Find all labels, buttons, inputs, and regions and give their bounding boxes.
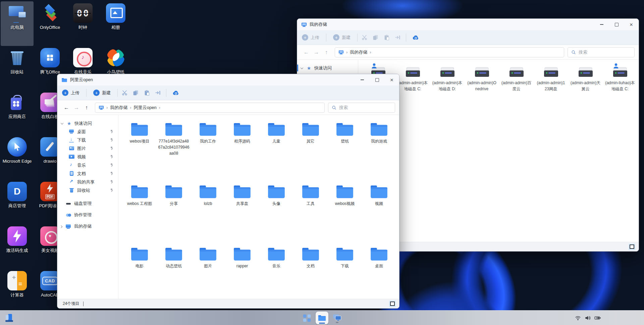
- new-button[interactable]: + 新建: [93, 90, 111, 96]
- breadcrumb-item[interactable]: 阿里云open: [134, 105, 157, 111]
- maximize-button[interactable]: [609, 19, 624, 30]
- view-mode-icon[interactable]: [629, 243, 635, 250]
- pin-icon[interactable]: [110, 146, 113, 151]
- pin-icon[interactable]: [110, 155, 113, 159]
- folder-item[interactable]: 壁纸: [328, 120, 362, 182]
- start-button[interactable]: [5, 314, 14, 323]
- sidebar-item[interactable]: 视频: [57, 153, 118, 161]
- desktop-icon[interactable]: 应用商店: [1, 91, 34, 135]
- paste-icon[interactable]: [144, 90, 150, 96]
- breadcrumb[interactable]: 我的存储 阿里云open: [95, 103, 325, 113]
- folder-item[interactable]: webos项目: [122, 120, 157, 182]
- back-icon[interactable]: ←: [61, 105, 71, 111]
- chevron-right-icon[interactable]: [60, 225, 63, 228]
- sidebar-item[interactable]: 桌面: [57, 127, 118, 136]
- pin-icon[interactable]: [110, 180, 113, 184]
- cloud-sync-icon[interactable]: [412, 35, 419, 40]
- folder-item[interactable]: 工具: [293, 182, 328, 245]
- pin-icon[interactable]: [110, 138, 113, 142]
- sidebar-item[interactable]: 文档: [57, 169, 118, 178]
- breadcrumb-item[interactable]: 我的存储: [350, 49, 367, 55]
- copy-icon[interactable]: [373, 35, 378, 40]
- desktop-icon[interactable]: 激活码生成: [1, 224, 34, 269]
- up-icon[interactable]: ↑: [82, 105, 92, 111]
- sidebar-item-my-storage[interactable]: 我的存储: [57, 221, 118, 231]
- upload-button[interactable]: + 上传: [62, 90, 79, 96]
- drive-item[interactable]: (admin-admin)天翼云: [568, 64, 603, 109]
- drive-item[interactable]: (admin-admin)本地磁盘 D:: [430, 64, 465, 109]
- task-view-icon[interactable]: [301, 312, 313, 324]
- drive-item[interactable]: (admin-admin)百度云: [499, 64, 534, 109]
- folder-item[interactable]: 动态壁纸: [157, 245, 191, 299]
- minimize-button[interactable]: [355, 74, 370, 86]
- pin-icon[interactable]: [110, 163, 113, 167]
- drive-item[interactable]: (admin-admin)本地磁盘 C:: [395, 64, 430, 109]
- desktop-icon[interactable]: Microsoft Edge: [1, 135, 34, 180]
- folder-item[interactable]: 文档: [293, 245, 328, 299]
- folder-item[interactable]: 777e14f3d42a4867a2c841079946aa08: [157, 120, 191, 182]
- chevron-down-icon[interactable]: [301, 66, 304, 69]
- folder-item[interactable]: 程序源码: [225, 120, 259, 182]
- cloud-sync-icon[interactable]: [172, 90, 179, 96]
- back-icon[interactable]: ←: [301, 49, 311, 55]
- sidebar-item-quick-access[interactable]: 快速访问: [57, 119, 118, 127]
- file-explorer-icon[interactable]: [316, 312, 328, 324]
- cut-icon[interactable]: [362, 35, 367, 40]
- sidebar-item-quick-access[interactable]: 快速访问: [297, 64, 358, 72]
- titlebar[interactable]: 我的存储: [297, 19, 639, 30]
- folder-item[interactable]: 图片: [191, 245, 225, 299]
- folder-item[interactable]: rapper: [225, 245, 259, 299]
- maximize-button[interactable]: [370, 74, 384, 86]
- folder-item[interactable]: webos 工程图: [122, 182, 157, 245]
- sidebar-item-collaboration[interactable]: 协作管理: [57, 210, 118, 220]
- folder-item[interactable]: 我的游戏: [362, 120, 396, 182]
- desktop-icon[interactable]: 计算器: [1, 269, 34, 314]
- desktop-icon[interactable]: OnlyOffice: [34, 1, 66, 46]
- folder-item[interactable]: 头像: [259, 182, 293, 245]
- folder-item[interactable]: webos视频: [328, 182, 362, 245]
- folder-item[interactable]: 视频: [362, 182, 396, 245]
- desktop-icon[interactable]: 此电脑: [1, 1, 34, 46]
- move-icon[interactable]: [155, 90, 161, 96]
- search-input[interactable]: [579, 50, 631, 55]
- close-button[interactable]: [624, 19, 639, 30]
- folder-item[interactable]: 我的工作: [191, 120, 225, 182]
- drive-item[interactable]: (admin-admin)123网盘: [534, 64, 568, 109]
- minimize-button[interactable]: [594, 19, 609, 30]
- pin-icon[interactable]: [110, 171, 113, 176]
- sidebar-item[interactable]: 回收站: [57, 186, 118, 195]
- folder-item[interactable]: 桌面: [362, 245, 396, 299]
- search-input[interactable]: [339, 105, 391, 110]
- pin-icon[interactable]: [110, 188, 113, 193]
- cut-icon[interactable]: [122, 90, 127, 96]
- forward-icon[interactable]: →: [311, 49, 321, 55]
- battery-icon[interactable]: [594, 315, 601, 321]
- breadcrumb[interactable]: 我的存储: [335, 47, 564, 57]
- upload-button[interactable]: + 上传: [302, 34, 319, 41]
- sidebar-item[interactable]: 音乐: [57, 161, 118, 169]
- sidebar-item[interactable]: 图片: [57, 144, 118, 153]
- forward-icon[interactable]: →: [71, 105, 82, 111]
- drive-item[interactable]: (admin-admin)Onedrive: [465, 64, 499, 109]
- desktop-icon[interactable]: 回收站: [1, 46, 34, 91]
- folder-item[interactable]: 下载: [328, 245, 362, 299]
- sidebar-item-disk-management[interactable]: 磁盘管理: [57, 199, 118, 209]
- folder-item[interactable]: 儿童: [259, 120, 293, 182]
- display-devices-icon[interactable]: [331, 312, 343, 324]
- volume-icon[interactable]: [585, 315, 591, 321]
- paste-icon[interactable]: [384, 35, 389, 40]
- sidebar-item[interactable]: 我的共享: [57, 178, 118, 186]
- desktop-icon[interactable]: 相册: [99, 1, 132, 46]
- close-button[interactable]: [384, 74, 399, 86]
- pin-icon[interactable]: [110, 129, 113, 134]
- desktop-icon[interactable]: D 商店管理: [1, 180, 34, 224]
- folder-item[interactable]: 分享: [157, 182, 191, 245]
- breadcrumb-item[interactable]: 我的存储: [110, 105, 127, 111]
- drive-item[interactable]: (admin-liuhao)本地磁盘 C:: [603, 64, 637, 109]
- copy-icon[interactable]: [133, 90, 139, 96]
- sidebar-item[interactable]: 下载: [57, 136, 118, 144]
- folder-item[interactable]: lolzb: [191, 182, 225, 245]
- folder-item[interactable]: 共享盘: [225, 182, 259, 245]
- view-mode-icon[interactable]: [389, 301, 396, 307]
- move-icon[interactable]: [395, 35, 400, 40]
